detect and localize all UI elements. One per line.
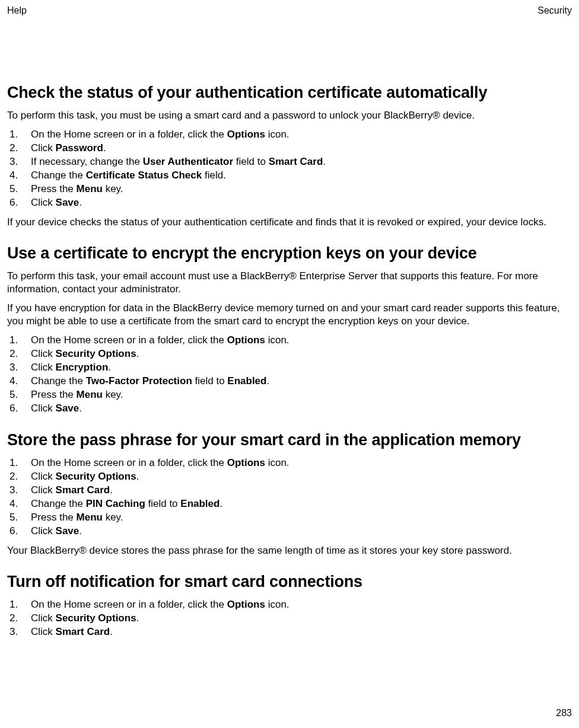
bold-text: Options [227,129,265,140]
step-item: Click Save. [7,402,572,416]
header-right: Security [537,5,572,17]
bold-text: Menu [77,389,103,400]
step-item: Press the Menu key. [7,511,572,525]
step-item: On the Home screen or in a folder, click… [7,456,572,470]
section-intro: If you have encryption for data in the B… [7,302,572,328]
step-item: Click Password. [7,142,572,155]
steps-list: On the Home screen or in a folder, click… [7,456,572,538]
page-header: Help Security [7,5,572,17]
bold-text: Enabled [227,375,266,387]
section-title: Use a certificate to encrypt the encrypt… [7,243,572,264]
step-item: Change the PIN Caching field to Enabled. [7,497,572,511]
section-intro: To perform this task, you must be using … [7,109,572,122]
section-title: Check the status of your authentication … [7,82,572,103]
bold-text: Save [56,197,79,208]
sections-container: Check the status of your authentication … [7,82,572,639]
section-outro: If your device checks the status of your… [7,216,572,229]
step-item: Click Security Options. [7,347,572,361]
step-item: Press the Menu key. [7,183,572,196]
steps-list: On the Home screen or in a folder, click… [7,334,572,416]
step-item: On the Home screen or in a folder, click… [7,598,572,612]
step-item: Click Encryption. [7,361,572,375]
bold-text: Save [56,403,79,414]
section-outro: Your BlackBerry® device stores the pass … [7,544,572,557]
page-number: 283 [556,707,572,720]
section-title: Store the pass phrase for your smart car… [7,430,572,451]
bold-text: Certificate Status Check [86,170,202,181]
section-intro: To perform this task, your email account… [7,270,572,296]
bold-text: Options [227,599,265,610]
bold-text: Smart Card [269,156,323,167]
step-item: Click Security Options. [7,612,572,625]
bold-text: Enabled [180,498,219,509]
bold-text: Options [227,334,265,346]
bold-text: Security Options [56,612,136,624]
step-item: If necessary, change the User Authentica… [7,155,572,169]
page: Help Security Check the status of your a… [0,0,579,728]
bold-text: PIN Caching [86,498,145,509]
header-left: Help [7,5,27,17]
step-item: Click Smart Card. [7,484,572,497]
step-item: Change the Certificate Status Check fiel… [7,169,572,183]
bold-text: Encryption [56,362,109,373]
step-item: On the Home screen or in a folder, click… [7,128,572,142]
steps-list: On the Home screen or in a folder, click… [7,128,572,210]
step-item: Change the Two-Factor Protection field t… [7,375,572,388]
step-item: Press the Menu key. [7,388,572,402]
bold-text: Password [56,142,103,154]
bold-text: User Authenticator [143,156,233,167]
bold-text: Menu [77,512,103,523]
steps-list: On the Home screen or in a folder, click… [7,598,572,639]
bold-text: Smart Card [56,626,110,637]
step-item: Click Save. [7,196,572,210]
step-item: Click Smart Card. [7,625,572,639]
bold-text: Two-Factor Protection [86,375,192,387]
step-item: Click Save. [7,525,572,538]
section-title: Turn off notification for smart card con… [7,571,572,592]
bold-text: Smart Card [56,484,110,496]
step-item: Click Security Options. [7,470,572,484]
step-item: On the Home screen or in a folder, click… [7,334,572,347]
bold-text: Security Options [56,471,136,482]
bold-text: Menu [77,183,103,194]
bold-text: Security Options [56,348,136,359]
bold-text: Save [56,525,79,537]
bold-text: Options [227,457,265,468]
